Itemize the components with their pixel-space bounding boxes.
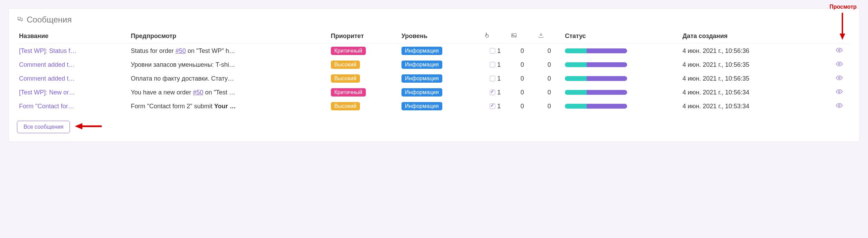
table-row: Comment added t…Уровни запасов уменьшены… bbox=[17, 58, 851, 72]
created-date: 4 июн. 2021 г., 10:53:34 bbox=[680, 99, 828, 113]
clicks-checkbox[interactable] bbox=[490, 76, 495, 81]
col-status[interactable]: Статус bbox=[563, 29, 680, 44]
message-preview: Status for order #50 on "Test WP" h… bbox=[129, 44, 329, 58]
level-badge: Информация bbox=[401, 102, 442, 110]
annotation-view-label: Просмотр bbox=[830, 4, 857, 10]
created-date: 4 июн. 2021 г., 10:56:35 bbox=[680, 72, 828, 85]
table-row: [Test WP]: Status f…Status for order #50… bbox=[17, 44, 851, 58]
panel-title: Сообщения bbox=[17, 15, 851, 25]
col-title[interactable]: Название bbox=[17, 29, 129, 44]
images-count: 0 bbox=[509, 85, 536, 99]
messages-table: Название Предпросмотр Приоритет Уровень bbox=[17, 29, 851, 113]
all-messages-button[interactable]: Все сообщения bbox=[17, 121, 70, 133]
clicks-count: 1 bbox=[497, 75, 501, 82]
status-bar bbox=[565, 48, 627, 53]
image-icon bbox=[511, 33, 517, 40]
message-preview: Оплата по факту доставки. Стату… bbox=[129, 72, 329, 85]
status-bar bbox=[565, 90, 627, 95]
clicks-checkbox[interactable] bbox=[490, 48, 495, 54]
col-clicks[interactable] bbox=[482, 29, 509, 44]
col-view bbox=[828, 29, 851, 44]
clicks-count: 1 bbox=[497, 89, 501, 96]
col-level[interactable]: Уровень bbox=[399, 29, 482, 44]
level-badge: Информация bbox=[401, 61, 442, 69]
svg-point-6 bbox=[838, 77, 840, 79]
status-bar bbox=[565, 104, 627, 109]
preview-order-link[interactable]: #50 bbox=[193, 89, 203, 96]
images-count: 0 bbox=[509, 44, 536, 58]
view-button[interactable] bbox=[836, 75, 843, 82]
svg-point-8 bbox=[838, 104, 840, 106]
message-title-link[interactable]: Form "Contact for… bbox=[19, 103, 74, 110]
created-date: 4 июн. 2021 г., 10:56:34 bbox=[680, 85, 828, 99]
clicks-checkbox[interactable] bbox=[490, 90, 495, 95]
svg-marker-10 bbox=[75, 123, 82, 129]
svg-point-5 bbox=[838, 63, 840, 65]
created-date: 4 июн. 2021 г., 10:56:36 bbox=[680, 44, 828, 58]
status-bar bbox=[565, 62, 627, 67]
message-title-link[interactable]: Comment added t… bbox=[19, 75, 75, 82]
table-row: [Test WP]: New or…You have a new order #… bbox=[17, 85, 851, 99]
table-row: Form "Contact for…Form "Contact form 2" … bbox=[17, 99, 851, 113]
view-button[interactable] bbox=[836, 61, 843, 68]
clicks-checkbox[interactable] bbox=[490, 103, 495, 109]
table-header-row: Название Предпросмотр Приоритет Уровень bbox=[17, 29, 851, 44]
message-preview: You have a new order #50 on "Test … bbox=[129, 85, 329, 99]
images-count: 0 bbox=[509, 72, 536, 85]
messages-panel: Просмотр Сообщения Название Предпросмотр… bbox=[8, 8, 860, 142]
panel-footer: Все сообщения bbox=[17, 121, 851, 133]
table-row: Comment added t…Оплата по факту доставки… bbox=[17, 72, 851, 85]
downloads-count: 0 bbox=[536, 44, 563, 58]
images-count: 0 bbox=[509, 99, 536, 113]
col-priority[interactable]: Приоритет bbox=[329, 29, 399, 44]
message-title-link[interactable]: [Test WP]: New or… bbox=[19, 89, 75, 96]
col-images[interactable] bbox=[509, 29, 536, 44]
svg-point-4 bbox=[838, 49, 840, 51]
downloads-count: 0 bbox=[536, 58, 563, 72]
chat-icon bbox=[17, 15, 23, 25]
message-preview: Уровни запасов уменьшены: T-shi… bbox=[129, 58, 329, 72]
clicks-count: 1 bbox=[497, 103, 501, 110]
level-badge: Информация bbox=[401, 74, 442, 83]
view-button[interactable] bbox=[836, 89, 843, 96]
priority-badge: Критичный bbox=[331, 47, 366, 55]
clicks-count: 1 bbox=[497, 61, 501, 68]
downloads-count: 0 bbox=[536, 99, 563, 113]
created-date: 4 июн. 2021 г., 10:56:35 bbox=[680, 58, 828, 72]
clicks-checkbox[interactable] bbox=[490, 62, 495, 67]
svg-point-7 bbox=[838, 91, 840, 92]
col-preview[interactable]: Предпросмотр bbox=[129, 29, 329, 44]
priority-badge: Высокий bbox=[331, 102, 360, 110]
view-button[interactable] bbox=[836, 103, 843, 110]
clicks-count: 1 bbox=[497, 47, 501, 54]
downloads-count: 0 bbox=[536, 72, 563, 85]
annotation-arrow-right bbox=[75, 122, 102, 132]
preview-order-link[interactable]: #50 bbox=[175, 47, 186, 54]
message-title-link[interactable]: [Test WP]: Status f… bbox=[19, 47, 76, 54]
message-title-link[interactable]: Comment added t… bbox=[19, 61, 75, 68]
status-bar bbox=[565, 76, 627, 81]
col-downloads[interactable] bbox=[536, 29, 563, 44]
priority-badge: Высокий bbox=[331, 61, 360, 69]
col-created[interactable]: Дата создания bbox=[680, 29, 828, 44]
level-badge: Информация bbox=[401, 47, 442, 55]
panel-title-text: Сообщения bbox=[27, 15, 72, 25]
images-count: 0 bbox=[509, 58, 536, 72]
priority-badge: Критичный bbox=[331, 88, 366, 97]
priority-badge: Высокий bbox=[331, 74, 360, 83]
download-icon bbox=[538, 33, 544, 40]
pointer-icon bbox=[484, 33, 490, 40]
view-button[interactable] bbox=[836, 47, 843, 54]
downloads-count: 0 bbox=[536, 85, 563, 99]
level-badge: Информация bbox=[401, 88, 442, 97]
message-preview: Form "Contact form 2" submit Your … bbox=[129, 99, 329, 113]
